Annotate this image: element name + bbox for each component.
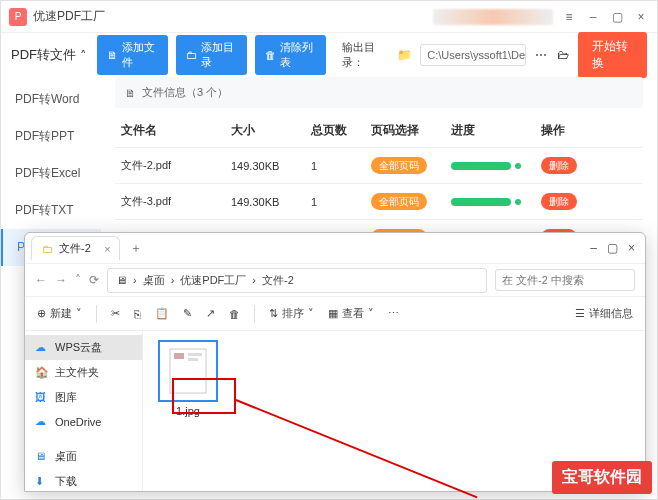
home-icon: 🏠	[35, 366, 49, 380]
app-logo-icon: P	[9, 8, 27, 26]
delete-button[interactable]: 删除	[541, 193, 577, 210]
download-icon: ⬇	[35, 475, 49, 489]
add-folder-button[interactable]: 🗀 添加目录	[176, 35, 247, 75]
clear-list-button[interactable]: 🗑 清除列表	[255, 35, 326, 75]
folder-icon: 🗀	[186, 49, 197, 61]
progress-bar	[451, 162, 511, 170]
chevron-down-icon: ˅	[368, 307, 374, 320]
table-header: 文件名 大小 总页数 页码选择 进度 操作	[115, 114, 643, 147]
watermark-badge: 宝哥软件园	[552, 461, 652, 494]
crumb-item[interactable]: 文件-2	[262, 273, 294, 288]
more-icon[interactable]: ⋯	[534, 47, 548, 63]
side-gallery[interactable]: 🖼图库	[25, 385, 142, 410]
cell-filename: 文件-2.pdf	[121, 158, 231, 173]
toolbar: PDF转文件 ˄ 🗎 添加文件 🗀 添加目录 🗑 清除列表 输出目录： 📁 C:…	[1, 33, 657, 77]
cell-filename: 文件-3.pdf	[121, 194, 231, 209]
image-thumbnail	[159, 341, 217, 401]
explorer-search-input[interactable]	[495, 269, 635, 291]
minimize-button[interactable]: –	[585, 9, 601, 25]
page-select-button[interactable]: 全部页码	[371, 157, 427, 174]
nav-forward-button[interactable]: →	[55, 273, 67, 287]
file-name-label: 1.jpg	[159, 405, 217, 417]
side-home[interactable]: 🏠主文件夹	[25, 360, 142, 385]
svg-rect-1	[174, 353, 184, 359]
side-downloads[interactable]: ⬇下载	[25, 469, 142, 491]
rename-icon[interactable]: ✎	[183, 307, 192, 320]
delete-button[interactable]: 删除	[541, 157, 577, 174]
col-progress: 进度	[451, 122, 541, 139]
crumb-item[interactable]: 优速PDF工厂	[180, 273, 246, 288]
svg-rect-2	[188, 353, 202, 356]
user-region-blurred	[433, 9, 553, 25]
side-onedrive[interactable]: ☁OneDrive	[25, 410, 142, 434]
browse-folder-icon[interactable]: 🗁	[556, 47, 570, 63]
close-button[interactable]: ×	[633, 9, 649, 25]
progress-dot-icon	[515, 163, 521, 169]
sidebar-item-word[interactable]: PDF转Word	[1, 81, 101, 118]
folder-open-icon[interactable]: 📁	[397, 47, 412, 63]
progress-bar	[451, 198, 511, 206]
maximize-button[interactable]: ▢	[609, 9, 625, 25]
thumbnail-preview-icon	[168, 347, 208, 395]
divider	[96, 305, 97, 323]
cell-pages: 1	[311, 196, 371, 208]
view-icon: ▦	[328, 307, 338, 320]
chevron-down-icon: ˅	[76, 307, 82, 320]
view-button[interactable]: ▦ 查看 ˅	[328, 306, 374, 321]
breadcrumb[interactable]: 🖥 › 桌面 › 优速PDF工厂 › 文件-2	[107, 268, 487, 293]
category-header[interactable]: PDF转文件 ˄	[11, 46, 89, 64]
plus-circle-icon: ⊕	[37, 307, 46, 320]
table-row: 文件-3.pdf 149.30KB 1 全部页码 删除	[115, 183, 643, 219]
sort-button[interactable]: ⇅ 排序 ˅	[269, 306, 314, 321]
explorer-minimize-button[interactable]: –	[590, 241, 597, 255]
sidebar-item-txt[interactable]: PDF转TXT	[1, 192, 101, 229]
table-row: 文件-2.pdf 149.30KB 1 全部页码 删除	[115, 147, 643, 183]
share-icon[interactable]: ↗	[206, 307, 215, 320]
new-button[interactable]: ⊕ 新建 ˅	[37, 306, 82, 321]
tab-close-icon[interactable]: ×	[104, 243, 110, 255]
side-desktop[interactable]: 🖥桌面	[25, 444, 142, 469]
svg-rect-3	[188, 358, 198, 361]
paste-icon[interactable]: 📋	[155, 307, 169, 320]
explorer-maximize-button[interactable]: ▢	[607, 241, 618, 255]
desktop-icon: 🖥	[35, 450, 49, 464]
file-icon: 🗎	[107, 49, 118, 61]
crumb-item[interactable]: 桌面	[143, 273, 165, 288]
output-path-input[interactable]: C:\Users\yssoft1\Deskt	[420, 44, 526, 66]
cloud-icon: ☁	[35, 341, 49, 355]
category-header-label: PDF转文件	[11, 46, 76, 64]
side-wps[interactable]: ☁WPS云盘	[25, 335, 142, 360]
gallery-icon: 🖼	[35, 391, 49, 405]
chevron-up-icon: ˄	[80, 48, 87, 63]
col-op: 操作	[541, 122, 591, 139]
delete-icon[interactable]: 🗑	[229, 308, 240, 320]
new-tab-button[interactable]: ＋	[130, 240, 142, 257]
cut-icon[interactable]: ✂	[111, 307, 120, 320]
explorer-toolbar: ⊕ 新建 ˅ ✂ ⎘ 📋 ✎ ↗ 🗑 ⇅ 排序 ˅ ▦ 查看 ˅ ⋯ ☰ 详细信…	[25, 297, 645, 331]
copy-icon[interactable]: ⎘	[134, 308, 141, 320]
output-dir-label: 输出目录：	[342, 40, 390, 70]
col-pages: 总页数	[311, 122, 371, 139]
sidebar-item-ppt[interactable]: PDF转PPT	[1, 118, 101, 155]
explorer-address-bar: ← → ˄ ⟳ 🖥 › 桌面 › 优速PDF工厂 › 文件-2	[25, 263, 645, 297]
start-convert-button[interactable]: 开始转换	[578, 32, 647, 78]
onedrive-icon: ☁	[35, 415, 49, 429]
file-item[interactable]: 1.jpg	[159, 341, 217, 417]
more-icon[interactable]: ⋯	[388, 307, 399, 320]
sidebar-item-excel[interactable]: PDF转Excel	[1, 155, 101, 192]
explorer-sidebar: ☁WPS云盘 🏠主文件夹 🖼图库 ☁OneDrive 🖥桌面 ⬇下载 🗎文档	[25, 331, 143, 491]
details-button[interactable]: ☰ 详细信息	[575, 306, 633, 321]
explorer-close-button[interactable]: ×	[628, 241, 635, 255]
col-name: 文件名	[121, 122, 231, 139]
menu-button[interactable]: ≡	[561, 9, 577, 25]
nav-refresh-button[interactable]: ⟳	[89, 273, 99, 287]
nav-back-button[interactable]: ←	[35, 273, 47, 287]
page-select-button[interactable]: 全部页码	[371, 193, 427, 210]
cell-size: 149.30KB	[231, 196, 311, 208]
explorer-tab[interactable]: 🗀 文件-2 ×	[31, 236, 120, 260]
sort-icon: ⇅	[269, 307, 278, 320]
add-file-button[interactable]: 🗎 添加文件	[97, 35, 168, 75]
col-size: 大小	[231, 122, 311, 139]
nav-up-button[interactable]: ˄	[75, 273, 81, 287]
chevron-down-icon: ˅	[308, 307, 314, 320]
